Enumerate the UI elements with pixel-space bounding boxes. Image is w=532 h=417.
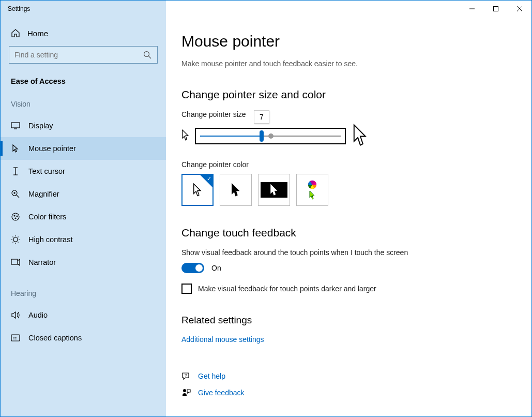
darker-larger-label: Make visual feedback for touch points da…	[198, 285, 376, 293]
sidebar-item-label: Magnifier	[28, 190, 59, 198]
group-hearing: Hearing	[1, 284, 166, 304]
sidebar-item-label: High contrast	[28, 235, 72, 244]
color-wheel-icon	[308, 180, 317, 189]
darker-larger-checkbox[interactable]	[181, 284, 192, 294]
window-controls	[460, 1, 531, 17]
size-color-heading: Change pointer size and color	[181, 88, 511, 101]
darker-larger-row: Make visual feedback for touch points da…	[181, 284, 511, 294]
sidebar: Home Ease of Access Vision Display	[1, 17, 166, 416]
group-vision: Vision	[1, 95, 166, 114]
related-heading: Related settings	[181, 315, 511, 326]
pointer-color-label: Change pointer color	[181, 160, 511, 169]
page-subtitle: Make mouse pointer and touch feedback ea…	[181, 59, 511, 68]
get-help-link[interactable]: Get help	[198, 372, 225, 380]
maximize-button[interactable]	[484, 1, 508, 17]
sidebar-item-closed-captions[interactable]: cc Closed captions	[1, 326, 166, 349]
sidebar-item-mouse-pointer[interactable]: Mouse pointer	[1, 137, 166, 160]
close-button[interactable]	[508, 1, 531, 17]
sidebar-item-label: Display	[28, 122, 53, 130]
titlebar: Settings	[1, 1, 531, 17]
svg-point-4	[144, 52, 149, 57]
home-icon	[11, 28, 20, 38]
home-button[interactable]: Home	[1, 23, 166, 46]
feedback-icon	[181, 388, 191, 397]
toggle-state-label: On	[211, 264, 221, 272]
sidebar-item-label: Audio	[28, 311, 48, 319]
svg-point-17	[17, 216, 18, 217]
pointer-size-slider[interactable]: 7	[195, 128, 346, 144]
slider-tooltip: 7	[254, 110, 269, 124]
pointer-color-custom[interactable]	[296, 174, 328, 206]
body: Home Ease of Access Vision Display	[1, 17, 531, 416]
svg-text:?: ?	[185, 373, 187, 378]
pointer-size-slider-row: 7	[181, 124, 511, 148]
sidebar-item-audio[interactable]: Audio	[1, 304, 166, 326]
sidebar-item-magnifier[interactable]: Magnifier	[1, 183, 166, 205]
search-box[interactable]	[9, 46, 158, 64]
give-feedback-row: Give feedback	[181, 388, 511, 397]
touch-feedback-heading: Change touch feedback	[181, 227, 511, 239]
slider-thumb[interactable]	[260, 130, 264, 142]
touch-feedback-toggle-row: On	[181, 263, 511, 273]
window-title: Settings	[1, 5, 30, 12]
section-label: Ease of Access	[1, 75, 166, 95]
touch-feedback-desc: Show visual feedback around the touch po…	[181, 248, 511, 257]
text-cursor-icon	[11, 167, 20, 176]
svg-point-15	[12, 213, 19, 220]
content: Mouse pointer Make mouse pointer and tou…	[166, 17, 531, 416]
pointer-color-white[interactable]: ✓	[181, 174, 214, 206]
pointer-color-inverted[interactable]	[258, 174, 290, 206]
magnifier-icon	[11, 189, 20, 199]
pointer-color-black[interactable]	[220, 174, 252, 206]
sidebar-item-narrator[interactable]: Narrator	[1, 251, 166, 274]
closed-captions-icon: cc	[11, 333, 20, 342]
sidebar-item-color-filters[interactable]: Color filters	[1, 205, 166, 228]
svg-point-16	[14, 215, 15, 216]
sidebar-item-label: Text cursor	[28, 167, 65, 175]
give-feedback-link[interactable]: Give feedback	[198, 389, 245, 397]
display-icon	[11, 121, 20, 130]
svg-point-18	[15, 218, 16, 219]
pointer-color-options: ✓	[181, 174, 511, 206]
color-filters-icon	[11, 212, 20, 221]
audio-icon	[11, 310, 20, 320]
sidebar-item-text-cursor[interactable]: Text cursor	[1, 160, 166, 183]
sidebar-item-label: Narrator	[28, 258, 56, 266]
svg-line-25	[18, 242, 19, 243]
svg-line-12	[17, 195, 19, 198]
sidebar-item-label: Closed captions	[28, 334, 82, 342]
additional-mouse-settings-link[interactable]: Additional mouse settings	[181, 335, 264, 344]
svg-line-5	[149, 56, 151, 59]
get-help-row: ? Get help	[181, 371, 511, 381]
touch-feedback-toggle[interactable]	[181, 263, 204, 273]
svg-point-19	[13, 237, 18, 242]
narrator-icon	[11, 258, 20, 267]
sidebar-item-display[interactable]: Display	[1, 114, 166, 137]
home-label: Home	[27, 29, 48, 38]
svg-line-24	[13, 237, 14, 238]
mouse-pointer-icon	[11, 144, 20, 153]
high-contrast-icon	[11, 235, 20, 244]
svg-rect-1	[494, 7, 498, 11]
svg-rect-6	[11, 123, 20, 128]
pointer-size-label: Change pointer size	[181, 110, 511, 118]
settings-window: Settings Home	[0, 0, 532, 417]
svg-rect-28	[11, 259, 18, 264]
help-icon: ?	[181, 371, 191, 381]
sidebar-item-label: Mouse pointer	[28, 144, 76, 153]
svg-line-26	[13, 242, 14, 243]
search-icon	[143, 50, 152, 59]
svg-text:cc: cc	[13, 336, 17, 340]
page-title: Mouse pointer	[181, 33, 511, 50]
minimize-button[interactable]	[460, 1, 484, 17]
svg-line-27	[18, 237, 19, 238]
search-input[interactable]	[14, 51, 143, 59]
large-cursor-icon	[351, 124, 370, 148]
svg-point-33	[183, 389, 186, 392]
sidebar-item-high-contrast[interactable]: High contrast	[1, 228, 166, 251]
small-cursor-icon	[181, 129, 190, 142]
sidebar-item-label: Color filters	[28, 213, 66, 221]
